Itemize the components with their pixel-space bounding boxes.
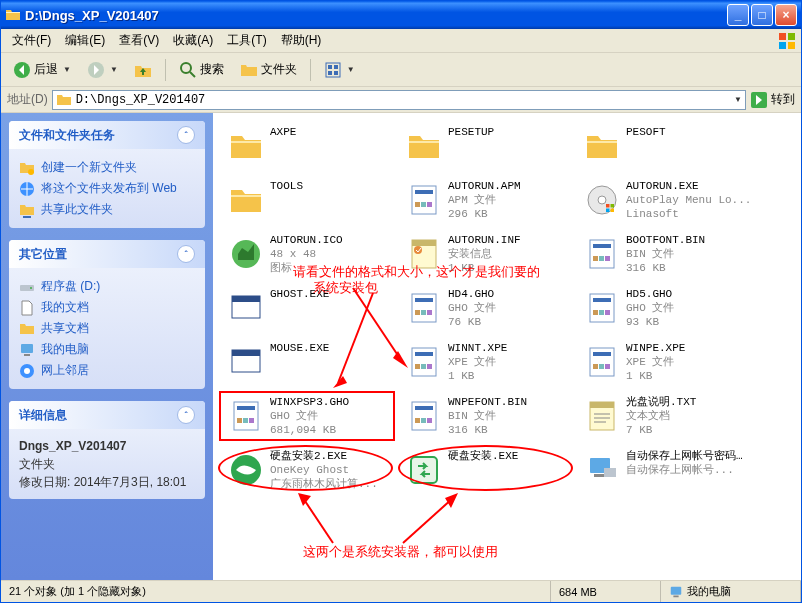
details-header[interactable]: 详细信息 ˆ: [9, 401, 205, 429]
file-name: WNPEFONT.BIN: [448, 396, 574, 410]
chevron-up-icon: ˆ: [177, 406, 195, 424]
views-button[interactable]: ▼: [318, 57, 361, 83]
share-link[interactable]: 共享此文件夹: [19, 199, 195, 220]
file-item[interactable]: WNPEFONT.BINBIN 文件316 KB: [401, 393, 577, 445]
svg-rect-46: [415, 298, 433, 302]
menu-tools[interactable]: 工具(T): [220, 29, 273, 52]
file-name: AUTORUN.APM: [448, 180, 574, 194]
file-info: WINNT.XPEXPE 文件1 KB: [448, 342, 574, 383]
folders-button[interactable]: 文件夹: [234, 57, 303, 83]
menu-file[interactable]: 文件(F): [5, 29, 58, 52]
file-item[interactable]: 自动保存上网帐号密码到D盘.EXE自动保存上网帐号...: [579, 447, 755, 499]
search-button[interactable]: 搜索: [173, 57, 230, 83]
file-item[interactable]: WINPE.XPEXPE 文件1 KB: [579, 339, 755, 391]
file-item[interactable]: HD5.GHOGHO 文件93 KB: [579, 285, 755, 337]
chevron-down-icon[interactable]: ▼: [734, 95, 742, 104]
drive-icon: [19, 279, 35, 295]
svg-rect-40: [593, 256, 598, 261]
file-item[interactable]: 硬盘安装2.EXEOneKey Ghost广东雨林木风计算...: [223, 447, 399, 499]
svg-rect-59: [415, 364, 420, 369]
svg-rect-0: [779, 33, 786, 40]
file-item[interactable]: AUTORUN.APMAPM 文件296 KB: [401, 177, 577, 229]
svg-rect-56: [232, 350, 260, 356]
address-input[interactable]: [76, 93, 728, 107]
svg-rect-42: [605, 256, 610, 261]
file-name: PESETUP: [448, 126, 574, 140]
file-item[interactable]: BOOTFONT.BINBIN 文件316 KB: [579, 231, 755, 283]
mydocs-link[interactable]: 我的文档: [19, 297, 195, 318]
back-button[interactable]: 后退 ▼: [7, 57, 77, 83]
file-item[interactable]: 硬盘安装.EXE: [401, 447, 577, 499]
file-item[interactable]: WINNT.XPEXPE 文件1 KB: [401, 339, 577, 391]
file-item[interactable]: WINXPSP3.GHOGHO 文件681,094 KB: [223, 393, 399, 445]
doc-icon: [582, 234, 622, 274]
file-info: WINXPSP3.GHOGHO 文件681,094 KB: [270, 396, 396, 437]
chevron-down-icon: ▼: [63, 65, 71, 74]
mycomputer-link[interactable]: 我的电脑: [19, 339, 195, 360]
svg-rect-33: [611, 209, 615, 213]
details-modified: 修改日期: 2014年7月3日, 18:01: [19, 473, 195, 491]
file-item[interactable]: HD4.GHOGHO 文件76 KB: [401, 285, 577, 337]
svg-rect-68: [237, 406, 255, 410]
go-button[interactable]: 转到: [750, 91, 795, 109]
file-meta: 48 x 48: [270, 248, 396, 262]
file-meta: 681,094 KB: [270, 424, 396, 438]
titlebar[interactable]: D:\Dngs_XP_V201407 _ □ ×: [1, 1, 801, 29]
places-header[interactable]: 其它位置 ˆ: [9, 240, 205, 268]
go-label: 转到: [771, 91, 795, 108]
file-item[interactable]: MOUSE.EXE: [223, 339, 399, 391]
minimize-button[interactable]: _: [727, 4, 749, 26]
folder-icon: [226, 180, 266, 220]
file-item[interactable]: GHOST.EXE: [223, 285, 399, 337]
file-info: WINPE.XPEXPE 文件1 KB: [626, 342, 752, 383]
menu-help[interactable]: 帮助(H): [274, 29, 329, 52]
file-name: TOOLS: [270, 180, 396, 194]
menu-view[interactable]: 查看(V): [112, 29, 166, 52]
shareddocs-link[interactable]: 共享文档: [19, 318, 195, 339]
folder-icon: [404, 126, 444, 166]
file-meta: 76 KB: [448, 316, 574, 330]
maximize-button[interactable]: □: [751, 4, 773, 26]
file-name: HD5.GHO: [626, 288, 752, 302]
folder-icon: [5, 7, 21, 23]
close-button[interactable]: ×: [775, 4, 797, 26]
file-item[interactable]: PESETUP: [401, 123, 577, 175]
svg-rect-76: [427, 418, 432, 423]
file-pane[interactable]: AXPEPESETUPPESOFTTOOLSAUTORUN.APMAPM 文件2…: [213, 113, 801, 580]
txt-icon: [582, 396, 622, 436]
forward-button[interactable]: ▼: [81, 57, 124, 83]
tasks-header[interactable]: 文件和文件夹任务 ˆ: [9, 121, 205, 149]
file-item[interactable]: AUTORUN.INF安装信息1 KB: [401, 231, 577, 283]
chevron-down-icon: ▼: [110, 65, 118, 74]
svg-rect-41: [599, 256, 604, 261]
go-icon: [750, 91, 768, 109]
sidebar: 文件和文件夹任务 ˆ 创建一个新文件夹 将这个文件夹发布到 Web 共享此文件夹…: [1, 113, 213, 580]
file-item[interactable]: AXPE: [223, 123, 399, 175]
globe-icon: [19, 181, 35, 197]
search-label: 搜索: [200, 61, 224, 78]
file-item[interactable]: 光盘说明.TXT文本文档7 KB: [579, 393, 755, 445]
green2-icon: [404, 450, 444, 490]
file-item[interactable]: AUTORUN.ICO48 x 48图标: [223, 231, 399, 283]
tasks-panel: 文件和文件夹任务 ˆ 创建一个新文件夹 将这个文件夹发布到 Web 共享此文件夹: [9, 121, 205, 228]
separator: [310, 59, 311, 81]
new-folder-link[interactable]: 创建一个新文件夹: [19, 157, 195, 178]
inf-icon: [404, 234, 444, 274]
drive-link[interactable]: 程序盘 (D:): [19, 276, 195, 297]
svg-rect-96: [673, 595, 678, 597]
svg-rect-58: [415, 352, 433, 356]
up-button[interactable]: [128, 57, 158, 83]
network-link[interactable]: 网上邻居: [19, 360, 195, 381]
file-name: GHOST.EXE: [270, 288, 396, 302]
menu-edit[interactable]: 编辑(E): [58, 29, 112, 52]
file-item[interactable]: TOOLS: [223, 177, 399, 229]
file-name: AUTORUN.INF: [448, 234, 574, 248]
publish-link[interactable]: 将这个文件夹发布到 Web: [19, 178, 195, 199]
file-item[interactable]: AUTORUN.EXEAutoPlay Menu Lo...Linasoft: [579, 177, 755, 229]
menu-favorites[interactable]: 收藏(A): [166, 29, 220, 52]
file-info: AXPE: [270, 126, 396, 140]
file-item[interactable]: PESOFT: [579, 123, 755, 175]
pc-icon: [582, 450, 622, 490]
svg-rect-54: [605, 310, 610, 315]
forward-icon: [87, 61, 105, 79]
